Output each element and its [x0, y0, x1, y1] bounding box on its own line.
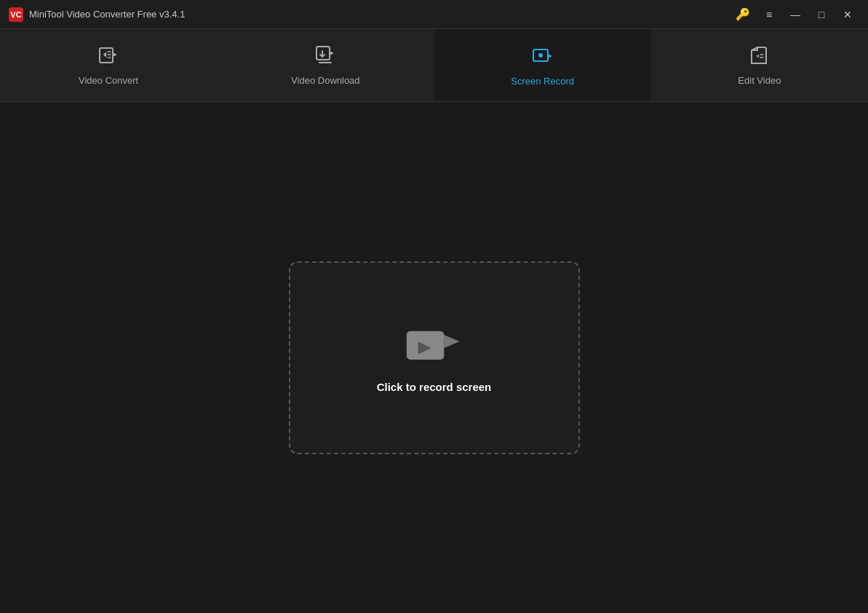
tab-video-convert-label: Video Convert [79, 75, 138, 86]
video-convert-icon [97, 44, 119, 69]
title-bar-controls: 🔑 ≡ — □ ✕ [731, 3, 859, 26]
edit-video-icon [749, 44, 771, 69]
minimize-button[interactable]: — [784, 3, 807, 26]
record-label: Click to record screen [377, 381, 492, 393]
tab-video-convert[interactable]: Video Convert [0, 29, 217, 101]
title-bar-left: VC MiniTool Video Converter Free v3.4.1 [9, 7, 185, 22]
tab-edit-video[interactable]: Edit Video [651, 29, 868, 101]
app-title: MiniTool Video Converter Free v3.4.1 [29, 9, 185, 20]
close-button[interactable]: ✕ [836, 3, 859, 26]
maximize-icon: □ [819, 9, 824, 20]
maximize-button[interactable]: □ [810, 3, 833, 26]
minimize-icon: — [790, 9, 800, 20]
record-area[interactable]: Click to record screen [289, 261, 580, 454]
tab-video-download-label: Video Download [291, 75, 359, 86]
tab-screen-record-label: Screen Record [511, 76, 574, 87]
title-bar: VC MiniTool Video Converter Free v3.4.1 … [0, 0, 868, 29]
tab-edit-video-label: Edit Video [738, 75, 781, 86]
menu-button[interactable]: ≡ [757, 3, 781, 26]
nav-tabs: Video Convert Video Download Screen Reco… [0, 29, 868, 102]
tab-screen-record[interactable]: Screen Record [434, 29, 651, 101]
key-icon: 🔑 [736, 7, 750, 21]
close-icon: ✕ [843, 9, 852, 20]
app-logo: VC [9, 7, 23, 22]
video-download-icon [314, 44, 336, 69]
tab-video-download[interactable]: Video Download [217, 29, 434, 101]
camera-record-icon [405, 323, 463, 366]
screen-record-icon [532, 45, 554, 70]
key-button[interactable]: 🔑 [731, 3, 754, 26]
main-content: Click to record screen [0, 102, 868, 613]
menu-icon: ≡ [766, 9, 772, 20]
svg-point-3 [538, 53, 543, 58]
